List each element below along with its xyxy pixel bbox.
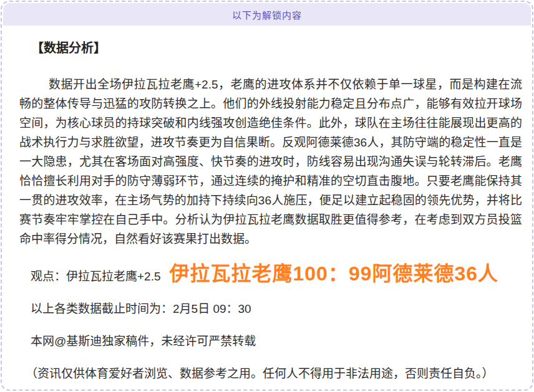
copyright-notice: 本网@基斯迪独家稿件，未经许可严禁转载: [19, 332, 522, 351]
unlocked-content-panel: 以下为解锁内容 【数据分析】 数据开出全场伊拉瓦拉老鹰+2.5，老鹰的进攻体系并…: [1, 1, 533, 391]
article-body: 【数据分析】 数据开出全场伊拉瓦拉老鹰+2.5，老鹰的进攻体系并不仅依赖于单一球…: [2, 26, 532, 383]
section-title: 【数据分析】: [19, 39, 522, 57]
disclaimer: （资讯仅供体育爱好者浏览、数据参考之用。任何人不得用于非法用途，否则责任自负。）: [19, 364, 522, 383]
unlock-banner-text: 以下为解锁内容: [232, 8, 302, 21]
data-deadline: 以上各类数据截止时间为：2月5日 09：30: [19, 299, 522, 318]
unlock-banner: 以下为解锁内容: [3, 3, 531, 26]
viewpoint-line: 观点：伊拉瓦拉老鹰+2.5 伊拉瓦拉老鹰100：99阿德莱德36人: [19, 257, 522, 286]
analysis-paragraph: 数据开出全场伊拉瓦拉老鹰+2.5，老鹰的进攻体系并不仅依赖于单一球星，而是构建在…: [19, 75, 522, 249]
score-prediction: 伊拉瓦拉老鹰100：99阿德莱德36人: [170, 257, 499, 286]
viewpoint-label: 观点：伊拉瓦拉老鹰+2.5: [31, 267, 161, 286]
